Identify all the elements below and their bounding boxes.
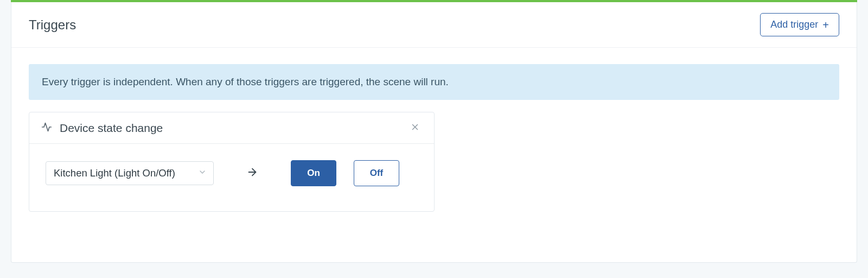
- state-on-button[interactable]: On: [291, 160, 336, 186]
- card-body: Every trigger is independent. When any o…: [11, 48, 857, 228]
- add-trigger-label: Add trigger: [770, 19, 818, 30]
- state-toggle-group: On Off: [291, 160, 399, 186]
- arrow-right-icon: [246, 166, 258, 180]
- card-title: Triggers: [29, 17, 76, 33]
- activity-icon: [41, 122, 52, 135]
- close-icon: [410, 122, 420, 134]
- add-trigger-button[interactable]: Add trigger +: [760, 13, 839, 36]
- triggers-card: Triggers Add trigger + Every trigger is …: [11, 2, 857, 263]
- trigger-item-body: Kitchen Light (Light On/Off) On: [29, 144, 434, 211]
- device-select-value: Kitchen Light (Light On/Off): [54, 167, 175, 179]
- plus-icon: +: [822, 20, 829, 30]
- remove-trigger-button[interactable]: [408, 120, 422, 136]
- info-banner: Every trigger is independent. When any o…: [29, 64, 839, 100]
- trigger-item-header: Device state change: [29, 112, 434, 144]
- chevron-down-icon: [198, 168, 207, 179]
- trigger-item: Device state change Kitchen Light (Light…: [29, 112, 435, 212]
- device-select[interactable]: Kitchen Light (Light On/Off): [46, 161, 214, 185]
- trigger-item-title: Device state change: [60, 122, 163, 135]
- state-off-button[interactable]: Off: [354, 160, 399, 186]
- trigger-title-wrap: Device state change: [41, 122, 163, 135]
- card-header: Triggers Add trigger +: [11, 2, 857, 48]
